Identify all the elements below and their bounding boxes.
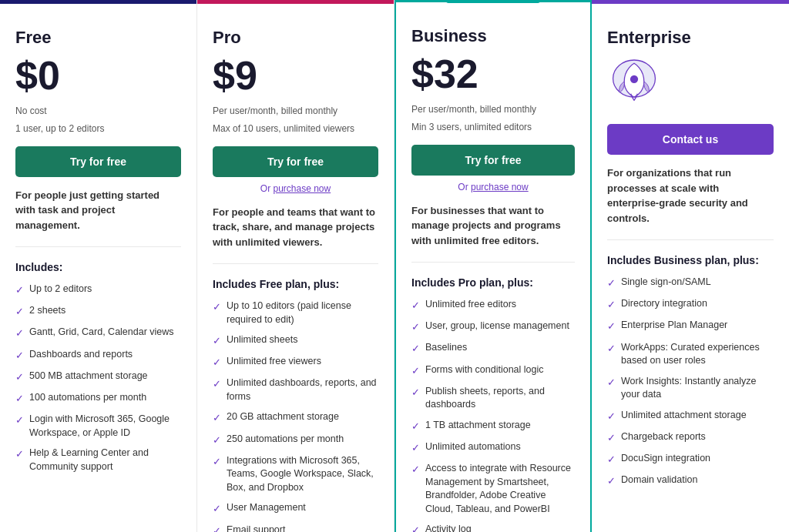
- purchase-anchor[interactable]: purchase now: [471, 182, 529, 192]
- check-icon: ✓: [607, 342, 616, 356]
- feature-item: ✓Unlimited automations: [411, 440, 575, 455]
- feature-text: 250 automations per month: [227, 433, 344, 447]
- feature-item: ✓Unlimited sheets: [213, 333, 378, 348]
- check-icon: ✓: [411, 524, 420, 532]
- feature-item: ✓Access to integrate with Resource Manag…: [411, 462, 575, 516]
- check-icon: ✓: [213, 300, 221, 314]
- check-icon: ✓: [213, 502, 221, 516]
- feature-text: Activity log: [425, 523, 472, 532]
- feature-text: User Management: [227, 501, 306, 515]
- enterprise-cta-button[interactable]: Contact us: [607, 124, 774, 155]
- purchase-anchor[interactable]: purchase now: [273, 183, 331, 194]
- feature-item: ✓20 GB attachment storage: [213, 410, 378, 425]
- plan-price: $32: [411, 54, 575, 94]
- check-icon: ✓: [607, 320, 616, 333]
- check-icon: ✓: [213, 334, 221, 348]
- check-icon: ✓: [213, 455, 221, 469]
- check-icon: ✓: [411, 364, 420, 378]
- feature-text: Single sign-on/SAML: [621, 276, 711, 289]
- feature-item: ✓User Management: [213, 501, 378, 516]
- plan-price: $9: [213, 55, 378, 95]
- feature-item: ✓Email support: [213, 524, 378, 532]
- feature-item: ✓Up to 10 editors (paid license required…: [213, 299, 378, 326]
- check-icon: ✓: [15, 326, 24, 340]
- check-icon: ✓: [607, 474, 616, 488]
- feature-text: 500 MB attachment storage: [29, 370, 148, 383]
- plan-description: For people just getting started with tas…: [15, 188, 181, 248]
- plan-description: For organizations that run processes at …: [607, 166, 774, 240]
- plan-name: Business: [411, 26, 575, 46]
- price-note-1: Per user/month, billed monthly: [213, 105, 378, 118]
- feature-text: Directory integration: [621, 297, 707, 311]
- feature-item: ✓Work Insights: Instantly analyze your d…: [607, 375, 774, 402]
- check-icon: ✓: [411, 386, 420, 400]
- feature-item: ✓Chargeback reports: [607, 430, 774, 445]
- check-icon: ✓: [607, 298, 616, 312]
- purchase-link[interactable]: Or purchase now: [213, 183, 378, 194]
- check-icon: ✓: [213, 356, 221, 370]
- feature-item: ✓2 sheets: [15, 304, 181, 319]
- business-cta-button[interactable]: Try for free: [411, 145, 575, 176]
- check-icon: ✓: [607, 276, 616, 290]
- feature-text: Unlimited dashboards, reports, and forms: [227, 376, 378, 403]
- feature-item: ✓Unlimited free editors: [411, 298, 575, 313]
- includes-section: Includes Free plan, plus:✓Up to 10 edito…: [213, 278, 378, 532]
- pricing-grid: Free$0No cost1 user, up to 2 editorsTry …: [0, 0, 789, 532]
- feature-text: 100 automations per month: [29, 391, 146, 405]
- plan-col-pro: Pro$9Per user/month, billed monthlyMax o…: [197, 0, 394, 532]
- feature-text: Work Insights: Instantly analyze your da…: [621, 375, 774, 402]
- check-icon: ✓: [213, 524, 221, 532]
- check-icon: ✓: [411, 320, 420, 334]
- plan-col-free: Free$0No cost1 user, up to 2 editorsTry …: [0, 0, 197, 532]
- check-icon: ✓: [213, 433, 221, 447]
- includes-title: Includes:: [15, 261, 181, 273]
- feature-text: Domain validation: [621, 473, 697, 487]
- feature-item: ✓Baselines: [411, 341, 575, 356]
- check-icon: ✓: [15, 413, 24, 427]
- check-icon: ✓: [411, 299, 420, 313]
- includes-title: Includes Free plan, plus:: [213, 278, 378, 290]
- feature-text: Login with Microsoft 365, Google Workspa…: [29, 413, 181, 440]
- price-note-1: No cost: [15, 105, 181, 118]
- feature-item: ✓User, group, license management: [411, 320, 575, 334]
- recommended-badge: RECOMMENDED: [446, 0, 540, 3]
- pro-cta-button[interactable]: Try for free: [213, 146, 378, 177]
- feature-item: ✓Help & Learning Center and Community su…: [15, 447, 181, 473]
- feature-text: WorkApps: Curated experiences based on u…: [621, 341, 774, 368]
- check-icon: ✓: [15, 447, 24, 461]
- plan-col-business: RECOMMENDEDBusiness$32Per user/month, bi…: [394, 0, 592, 532]
- feature-item: ✓1 TB attachment storage: [411, 419, 575, 433]
- price-note-2: 1 user, up to 2 editors: [15, 122, 181, 136]
- price-note-2: Max of 10 users, unlimited viewers: [213, 122, 378, 136]
- feature-text: Integrations with Microsoft 365, Teams, …: [227, 454, 378, 495]
- check-icon: ✓: [213, 377, 221, 391]
- feature-list: ✓Up to 10 editors (paid license required…: [213, 299, 378, 532]
- free-cta-button[interactable]: Try for free: [15, 146, 181, 177]
- feature-text: Email support: [227, 524, 285, 532]
- feature-text: 2 sheets: [29, 304, 65, 318]
- purchase-link[interactable]: Or purchase now: [411, 182, 575, 192]
- feature-item: ✓Unlimited attachment storage: [607, 409, 774, 423]
- feature-item: ✓Login with Microsoft 365, Google Worksp…: [15, 413, 181, 440]
- feature-text: User, group, license management: [425, 320, 569, 333]
- feature-item: ✓Integrations with Microsoft 365, Teams,…: [213, 454, 378, 495]
- feature-item: ✓500 MB attachment storage: [15, 370, 181, 384]
- top-bar-enterprise: [592, 0, 789, 4]
- feature-item: ✓Unlimited free viewers: [213, 355, 378, 370]
- price-note-2: Min 3 users, unlimited editors: [411, 121, 575, 134]
- feature-text: Up to 2 editors: [29, 283, 92, 296]
- includes-title: Includes Business plan, plus:: [607, 254, 774, 266]
- feature-list: ✓Single sign-on/SAML✓Directory integrati…: [607, 276, 774, 488]
- feature-text: Dashboards and reports: [29, 348, 133, 362]
- includes-section: Includes Pro plan, plus:✓Unlimited free …: [411, 276, 575, 532]
- feature-text: Unlimited free editors: [425, 298, 516, 312]
- includes-section: Includes:✓Up to 2 editors✓2 sheets✓Gantt…: [15, 261, 181, 473]
- svg-point-1: [630, 75, 638, 83]
- feature-text: Unlimited automations: [425, 440, 521, 454]
- feature-item: ✓Unlimited dashboards, reports, and form…: [213, 376, 378, 403]
- feature-item: ✓Enterprise Plan Manager: [607, 319, 774, 333]
- feature-text: Baselines: [425, 341, 467, 355]
- plan-description: For businesses that want to manage proje…: [411, 203, 575, 263]
- feature-text: Forms with conditional logic: [425, 363, 544, 377]
- check-icon: ✓: [411, 441, 420, 455]
